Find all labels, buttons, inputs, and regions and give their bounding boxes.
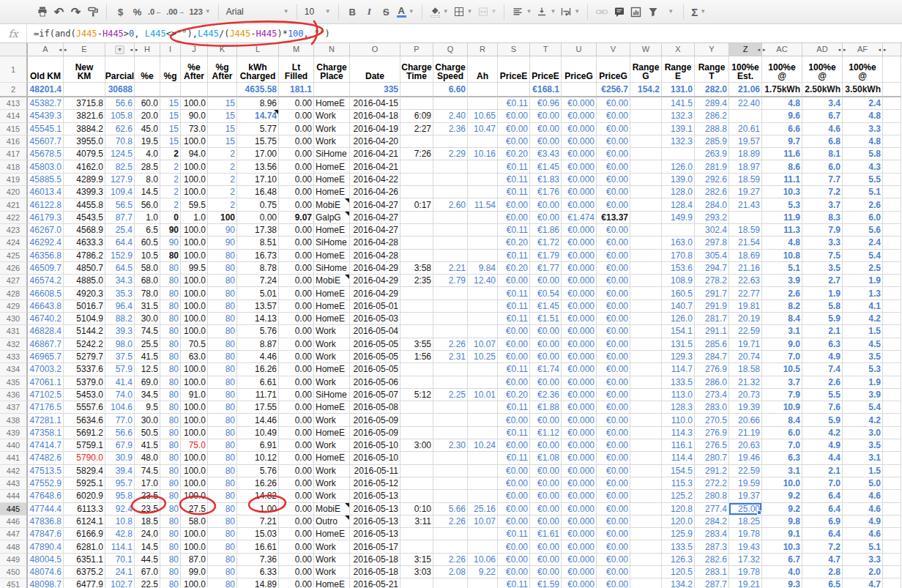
redo-button[interactable]: ↷	[67, 3, 84, 21]
cell-AF417[interactable]: 5.8	[843, 148, 883, 160]
cell-AC415[interactable]: 6.6	[762, 123, 802, 135]
cell-E422[interactable]: 4543.5	[64, 212, 105, 224]
cell-O443[interactable]: 2016-05-12	[350, 477, 400, 490]
cell-A432[interactable]: 46867.7	[28, 338, 64, 351]
cell-T420[interactable]: €1.76	[530, 186, 562, 198]
cell-R448[interactable]	[468, 540, 498, 553]
cell-W420[interactable]	[630, 186, 662, 198]
cell-S417[interactable]: €0.20	[498, 148, 530, 160]
cell-S442[interactable]: €0.00	[498, 465, 530, 477]
cell-AF426[interactable]: 2.5	[843, 262, 883, 275]
cell-T450[interactable]: €0.00	[530, 566, 562, 578]
cell-T434[interactable]: €1.74	[530, 363, 562, 376]
cell-I429[interactable]: 80	[160, 300, 181, 313]
cell-E415[interactable]: 3884.2	[64, 123, 105, 135]
cell-Z429[interactable]: 19.81	[729, 300, 762, 313]
cell-E435[interactable]: 5379.0	[64, 376, 105, 389]
cell-Q431[interactable]	[433, 325, 468, 338]
cell-V416[interactable]: €0.00	[597, 135, 630, 148]
cell-stub[interactable]	[883, 198, 901, 211]
cell-AD431[interactable]: 2.1	[802, 325, 843, 338]
cell-E450[interactable]: 6375.2	[64, 566, 105, 578]
cell-A433[interactable]: 46965.7	[28, 351, 64, 363]
cell-O434[interactable]: 2016-05-05	[350, 363, 400, 376]
row-header-450[interactable]: 450	[0, 566, 28, 578]
cell-V417[interactable]: €0.00	[597, 148, 630, 160]
cell-P430[interactable]	[400, 313, 433, 325]
cell-H420[interactable]: 14.5	[135, 186, 160, 198]
cell-K441[interactable]: 80	[208, 452, 237, 464]
cell-S424[interactable]: €0.20	[498, 237, 530, 249]
cell-P417[interactable]: 7:26	[400, 148, 433, 160]
cell-H436[interactable]: 34.5	[135, 389, 160, 401]
cell-stub[interactable]	[883, 300, 901, 313]
cell-AF415[interactable]: 3.3	[843, 123, 883, 135]
cell-M444[interactable]: 0.00	[279, 490, 314, 502]
cell-J416[interactable]: 100.0	[181, 135, 208, 148]
cell-Q423[interactable]	[433, 224, 468, 237]
cell-U428[interactable]: €0.000	[562, 287, 597, 299]
cell-L424[interactable]: 8.51	[237, 237, 279, 249]
cell-E442[interactable]: 5829.4	[64, 465, 105, 477]
cell-L425[interactable]: 16.73	[237, 250, 279, 262]
row-header-2[interactable]: 2	[0, 83, 28, 97]
cell-M435[interactable]: 0.00	[279, 376, 314, 389]
cell-Z441[interactable]: 19.46	[729, 452, 762, 464]
cell-W441[interactable]	[630, 452, 662, 464]
cell-F443[interactable]: 95.7	[105, 477, 135, 490]
cell-V414[interactable]: €0.00	[597, 110, 630, 122]
cell-stub[interactable]	[883, 401, 901, 414]
cell-N426[interactable]: SiHome	[314, 262, 350, 275]
row-header-451[interactable]: 451	[0, 578, 28, 588]
cell-AD441[interactable]: 4.4	[802, 452, 843, 464]
cell-O440[interactable]: 2016-05-10	[350, 439, 400, 452]
cell-M1[interactable]: Lt Filled	[279, 56, 314, 83]
cell-A427[interactable]: 46574.2	[28, 275, 64, 287]
cell-T449[interactable]: €0.00	[530, 554, 562, 566]
cell-R422[interactable]	[468, 212, 498, 224]
cell-AD1[interactable]: 100%e @	[802, 56, 843, 83]
cell-K1[interactable]: %g After	[208, 56, 237, 83]
cell-E429[interactable]: 5016.7	[64, 300, 105, 313]
cell-K428[interactable]: 80	[208, 287, 237, 299]
cell-AD415[interactable]: 4.6	[802, 123, 843, 135]
cell-M429[interactable]: 0.00	[279, 300, 314, 313]
cell-AF419[interactable]: 5.5	[843, 174, 883, 186]
cell-AD2[interactable]: 2.50kWh	[802, 83, 843, 97]
cell-U424[interactable]: €0.000	[562, 237, 597, 249]
cell-AD426[interactable]: 3.5	[802, 262, 843, 275]
cell-F446[interactable]: 10.8	[105, 516, 135, 528]
cell-stub[interactable]	[883, 439, 901, 452]
column-header-AD[interactable]: AD◂	[802, 43, 843, 56]
cell-L416[interactable]: 15.75	[237, 135, 279, 148]
cell-E2[interactable]	[64, 83, 105, 97]
cell-O439[interactable]: 2016-05-09	[350, 427, 400, 439]
cell-V448[interactable]: €0.00	[597, 540, 630, 553]
cell-Q420[interactable]	[433, 186, 468, 198]
cell-S418[interactable]: €0.11	[498, 160, 530, 173]
cell-Y435[interactable]: 286.0	[695, 376, 729, 389]
cell-H428[interactable]: 78.0	[135, 287, 160, 299]
cell-Y418[interactable]: 281.9	[695, 160, 729, 173]
cell-E416[interactable]: 3955.0	[64, 135, 105, 148]
cell-AC433[interactable]: 7.0	[762, 351, 802, 363]
cell-H419[interactable]: 8.0	[135, 174, 160, 186]
cell-H413[interactable]: 60.0	[135, 97, 160, 110]
cell-AF1[interactable]: 100%e @	[843, 56, 883, 83]
cell-A425[interactable]: 46356.8	[28, 250, 64, 262]
filter-dropdown-icon[interactable]: ▼	[115, 45, 124, 54]
cell-R450[interactable]: 9.22	[468, 566, 498, 578]
cell-P413[interactable]	[400, 97, 433, 110]
cell-K418[interactable]: 2	[208, 160, 237, 173]
cell-AF423[interactable]: 5.6	[843, 224, 883, 237]
cell-Y421[interactable]: 284.0	[695, 198, 729, 211]
cell-K434[interactable]: 80	[208, 363, 237, 376]
increase-decimals-button[interactable]: .00→	[164, 3, 187, 21]
cell-M2[interactable]: 181.1	[279, 83, 314, 97]
cell-P426[interactable]: 3:58	[400, 262, 433, 275]
cell-U426[interactable]: €0.000	[562, 262, 597, 275]
cell-K450[interactable]: 80	[208, 566, 237, 578]
cell-U445[interactable]: €0.000	[562, 503, 597, 516]
cell-P429[interactable]	[400, 300, 433, 313]
cell-F420[interactable]: 109.4	[105, 186, 135, 198]
